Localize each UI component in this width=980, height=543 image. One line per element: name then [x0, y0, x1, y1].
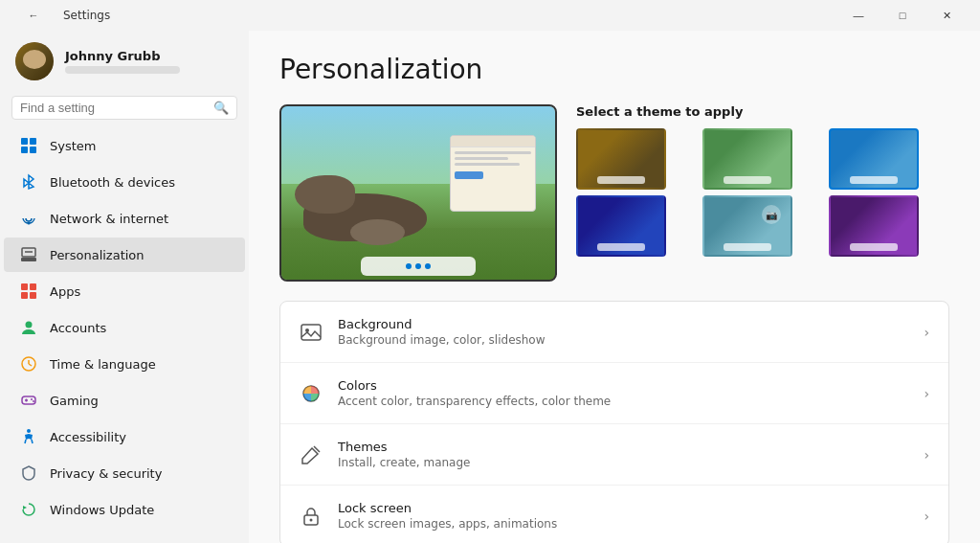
settings-item-background[interactable]: Background Background image, color, slid… [280, 302, 948, 363]
lockscreen-text: Lock screen Lock screen images, apps, an… [338, 501, 908, 531]
accessibility-icon [19, 427, 38, 446]
svg-rect-3 [30, 147, 36, 153]
svg-rect-12 [30, 292, 36, 299]
user-profile[interactable]: Johnny Grubb [0, 31, 249, 96]
svg-rect-0 [21, 138, 28, 145]
sidebar-item-privacy[interactable]: Privacy & security [4, 456, 245, 490]
theme-section-title: Select a theme to apply [576, 104, 949, 119]
theme-item-3[interactable] [829, 128, 919, 190]
preview-window [450, 135, 536, 212]
lockscreen-desc: Lock screen images, apps, animations [338, 517, 908, 531]
sidebar-item-gaming[interactable]: Gaming [4, 383, 245, 418]
sidebar-item-accounts[interactable]: Accounts [4, 310, 245, 345]
minimize-icon: — [854, 10, 864, 21]
svg-point-31 [310, 518, 313, 521]
settings-item-themes[interactable]: Themes Install, create, manage › [280, 424, 948, 486]
svg-point-21 [33, 400, 34, 402]
theme-2-taskbar [724, 176, 771, 184]
avatar [15, 42, 54, 80]
sidebar-label-time: Time & language [50, 357, 156, 372]
svg-point-20 [31, 398, 33, 400]
user-info: Johnny Grubb [65, 49, 180, 74]
theme-item-5[interactable]: 📷 [702, 195, 792, 257]
theme-item-6[interactable] [829, 195, 919, 257]
back-icon: ← [29, 10, 39, 21]
sidebar-item-update[interactable]: Windows Update [4, 492, 245, 527]
sidebar-label-personalization: Personalization [50, 248, 145, 262]
accounts-icon [19, 318, 38, 337]
theme-section: Select a theme to apply [576, 104, 949, 257]
wallpaper-preview [279, 104, 557, 282]
theme-item-2[interactable] [702, 128, 792, 190]
system-icon [19, 136, 38, 155]
maximize-icon: □ [900, 10, 906, 21]
colors-chevron: › [924, 386, 929, 401]
apps-icon [19, 282, 38, 301]
close-icon: ✕ [943, 10, 951, 22]
sidebar-label-update: Windows Update [50, 503, 154, 517]
bluetooth-icon [19, 172, 38, 192]
preview-window-titlebar [451, 136, 535, 147]
themes-title: Themes [338, 440, 908, 454]
theme-3-taskbar [850, 176, 898, 184]
window-controls: — □ ✕ [836, 0, 969, 31]
sidebar-item-network[interactable]: Network & internet [4, 201, 245, 236]
privacy-icon [19, 464, 38, 483]
lockscreen-title: Lock screen [338, 501, 908, 515]
sidebar-label-apps: Apps [50, 284, 80, 299]
title-bar: ← Settings — □ ✕ [0, 0, 980, 31]
background-chevron: › [924, 325, 929, 340]
minimize-button[interactable]: — [836, 0, 880, 31]
colors-title: Colors [338, 378, 908, 393]
colors-text: Colors Accent color, transparency effect… [338, 378, 908, 408]
sidebar-item-bluetooth[interactable]: Bluetooth & devices [4, 165, 245, 199]
settings-item-colors[interactable]: Colors Accent color, transparency effect… [280, 363, 948, 424]
preview-window-content [451, 147, 535, 183]
wallpaper-image [281, 106, 555, 280]
search-input[interactable] [20, 101, 208, 115]
sidebar-label-privacy: Privacy & security [50, 466, 162, 481]
settings-item-lockscreen[interactable]: Lock screen Lock screen images, apps, an… [280, 486, 948, 543]
app-container: Johnny Grubb 🔍 System Bluetooth & device… [0, 31, 980, 543]
preview-taskbar [361, 257, 476, 276]
taskbar-dot-2 [415, 263, 421, 269]
colors-desc: Accent color, transparency effects, colo… [338, 395, 908, 408]
svg-point-22 [27, 429, 31, 433]
search-box[interactable]: 🔍 [11, 96, 237, 120]
sidebar-item-system[interactable]: System [4, 128, 245, 163]
sidebar-item-time[interactable]: Time & language [4, 347, 245, 381]
lockscreen-chevron: › [924, 509, 929, 524]
sidebar-label-system: System [50, 139, 96, 153]
svg-rect-10 [30, 283, 36, 290]
sidebar-item-accessibility[interactable]: Accessibility [4, 419, 245, 454]
close-button[interactable]: ✕ [924, 0, 969, 31]
svg-point-13 [26, 322, 33, 328]
sidebar-item-apps[interactable]: Apps [4, 274, 245, 308]
theme-item-1[interactable] [576, 128, 666, 190]
themes-text: Themes Install, create, manage [338, 440, 908, 469]
theme-item-4[interactable] [576, 195, 666, 257]
network-icon [19, 209, 38, 228]
back-button[interactable]: ← [11, 0, 56, 31]
sidebar-label-accounts: Accounts [50, 321, 106, 335]
svg-rect-9 [21, 283, 28, 290]
svg-rect-17 [22, 396, 35, 404]
theme-4-taskbar [597, 243, 645, 251]
gaming-icon [19, 391, 38, 410]
sidebar-item-personalization[interactable]: Personalization [4, 238, 245, 272]
themes-chevron: › [924, 447, 929, 463]
background-desc: Background image, color, slideshow [338, 333, 908, 347]
background-text: Background Background image, color, slid… [338, 317, 908, 347]
theme-grid: 📷 [576, 128, 949, 257]
time-icon [19, 354, 38, 373]
app-title: Settings [63, 9, 110, 22]
avatar-image [15, 42, 54, 80]
background-icon [300, 321, 323, 344]
title-bar-left: ← Settings [11, 0, 110, 31]
maximize-button[interactable]: □ [880, 0, 924, 31]
themes-desc: Install, create, manage [338, 456, 908, 469]
themes-icon [300, 443, 323, 466]
page-title: Personalization [279, 54, 949, 85]
svg-line-16 [29, 364, 32, 366]
sidebar-label-gaming: Gaming [50, 394, 99, 408]
